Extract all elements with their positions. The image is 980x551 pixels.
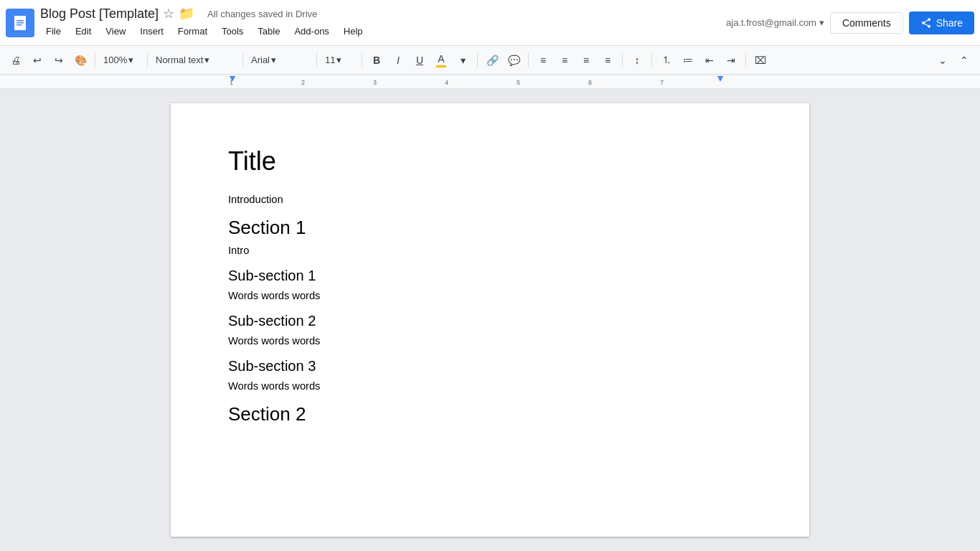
svg-rect-1 — [17, 20, 24, 22]
comments-button[interactable]: Comments — [830, 12, 903, 34]
ruler-svg: 1 2 3 4 5 6 7 — [0, 75, 980, 89]
svg-text:2: 2 — [301, 79, 305, 86]
print-button[interactable]: 🖨 — [6, 50, 26, 70]
toolbar: 🖨 ↩ ↪ 🎨 100% ▾ Normal text ▾ Arial ▾ 11 … — [0, 46, 980, 75]
separator-2 — [147, 53, 148, 67]
menu-view[interactable]: View — [100, 23, 131, 39]
increase-indent-button[interactable]: ⇥ — [721, 50, 741, 70]
collapse-toolbar-button[interactable]: ⌃ — [954, 50, 974, 70]
underline-button[interactable]: U — [410, 50, 430, 70]
menu-addons[interactable]: Add-ons — [288, 23, 334, 39]
svg-text:3: 3 — [373, 79, 377, 86]
align-center-button[interactable]: ≡ — [555, 50, 575, 70]
top-bar: Blog Post [Template] ☆ 📁 All changes sav… — [0, 0, 980, 46]
text-color-indicator: A — [436, 53, 446, 67]
doc-area[interactable]: Title Introduction Section 1 Intro Sub-s… — [0, 89, 980, 551]
doc-section2-heading[interactable]: Section 2 — [228, 403, 752, 425]
doc-section1-intro[interactable]: Intro — [228, 245, 752, 256]
share-label: Share — [936, 17, 963, 29]
separator-10 — [745, 53, 746, 67]
clear-formatting-button[interactable]: ⌧ — [750, 50, 771, 70]
decrease-indent-button[interactable]: ⇤ — [699, 50, 720, 70]
svg-rect-2 — [17, 22, 24, 24]
font-size-select[interactable]: 11 ▾ — [321, 50, 357, 70]
doc-title[interactable]: Blog Post [Template] — [40, 6, 159, 22]
doc-subsection3-text[interactable]: Words words words — [228, 380, 752, 392]
doc-content-title[interactable]: Title — [228, 146, 752, 176]
style-select[interactable]: Normal text ▾ — [152, 50, 238, 70]
svg-rect-3 — [17, 24, 22, 26]
menu-help[interactable]: Help — [338, 23, 369, 39]
style-value: Normal text — [156, 55, 203, 65]
doc-subsection2-text[interactable]: Words words words — [228, 335, 752, 347]
align-right-button[interactable]: ≡ — [576, 50, 596, 70]
menu-row: File Edit View Insert Format Tools Table… — [40, 23, 726, 39]
align-left-button[interactable]: ≡ — [533, 50, 553, 70]
font-dropdown-icon: ▾ — [271, 55, 276, 65]
svg-text:4: 4 — [445, 79, 448, 86]
separator-7 — [528, 53, 529, 67]
svg-text:5: 5 — [517, 79, 520, 86]
link-button[interactable]: 🔗 — [482, 50, 502, 70]
page: Title Introduction Section 1 Intro Sub-s… — [171, 103, 809, 537]
top-right: aja.t.frost@gmail.com ▾ Comments Share — [726, 11, 974, 34]
menu-edit[interactable]: Edit — [70, 23, 97, 39]
bulleted-list-button[interactable]: ≔ — [678, 50, 698, 70]
svg-marker-13 — [717, 76, 723, 82]
svg-text:7: 7 — [660, 79, 664, 86]
svg-text:6: 6 — [588, 79, 592, 86]
star-icon[interactable]: ☆ — [163, 6, 174, 22]
italic-button[interactable]: I — [388, 50, 408, 70]
highlight-color-button[interactable]: ▾ — [453, 50, 473, 70]
menu-insert[interactable]: Insert — [134, 23, 169, 39]
separator-5 — [362, 53, 362, 67]
style-dropdown-icon: ▾ — [204, 55, 209, 65]
doc-title-area: Blog Post [Template] ☆ 📁 All changes sav… — [40, 6, 726, 39]
share-button[interactable]: Share — [909, 11, 974, 34]
app-icon[interactable] — [6, 9, 34, 37]
share-icon — [920, 17, 932, 29]
doc-subsection1-heading[interactable]: Sub-section 1 — [228, 268, 752, 284]
separator-4 — [316, 53, 317, 67]
zoom-value: 100% — [103, 55, 127, 65]
user-dropdown-icon: ▾ — [819, 17, 824, 28]
zoom-select[interactable]: 100% ▾ — [100, 50, 143, 70]
expand-toolbar-button[interactable]: ⌄ — [933, 50, 953, 70]
menu-tools[interactable]: Tools — [216, 23, 249, 39]
comment-button[interactable]: 💬 — [504, 50, 524, 70]
text-color-button[interactable]: A — [431, 50, 451, 70]
zoom-dropdown-icon: ▾ — [128, 55, 133, 65]
doc-title-row: Blog Post [Template] ☆ 📁 All changes sav… — [40, 6, 726, 22]
separator-9 — [651, 53, 652, 67]
text-color-letter: A — [438, 53, 444, 65]
doc-section1-heading[interactable]: Section 1 — [228, 217, 752, 239]
menu-file[interactable]: File — [40, 23, 67, 39]
size-dropdown-icon: ▾ — [336, 55, 341, 65]
ruler: 1 2 3 4 5 6 7 — [0, 75, 980, 89]
font-value: Arial — [251, 55, 270, 65]
numbered-list-button[interactable]: ⒈ — [656, 50, 677, 70]
justify-button[interactable]: ≡ — [598, 50, 618, 70]
separator-6 — [477, 53, 478, 67]
line-spacing-button[interactable]: ↕ — [627, 50, 647, 70]
color-bar — [436, 65, 446, 67]
doc-subsection1-text[interactable]: Words words words — [228, 290, 752, 301]
undo-button[interactable]: ↩ — [27, 50, 47, 70]
user-email: aja.t.frost@gmail.com — [726, 17, 816, 28]
separator-8 — [622, 53, 623, 67]
menu-table[interactable]: Table — [252, 23, 286, 39]
redo-button[interactable]: ↪ — [49, 50, 69, 70]
separator-1 — [95, 53, 95, 67]
doc-subsection3-heading[interactable]: Sub-section 3 — [228, 358, 752, 375]
status-text: All changes saved in Drive — [207, 9, 317, 19]
doc-subsection2-heading[interactable]: Sub-section 2 — [228, 313, 752, 329]
folder-icon[interactable]: 📁 — [179, 6, 194, 22]
separator-3 — [242, 53, 243, 67]
font-select[interactable]: Arial ▾ — [248, 50, 312, 70]
user-info[interactable]: aja.t.frost@gmail.com ▾ — [726, 17, 824, 28]
bold-button[interactable]: B — [367, 50, 387, 70]
paint-format-button[interactable]: 🎨 — [70, 50, 90, 70]
font-size-value: 11 — [325, 55, 335, 65]
doc-intro-label[interactable]: Introduction — [228, 194, 752, 205]
menu-format[interactable]: Format — [172, 23, 213, 39]
